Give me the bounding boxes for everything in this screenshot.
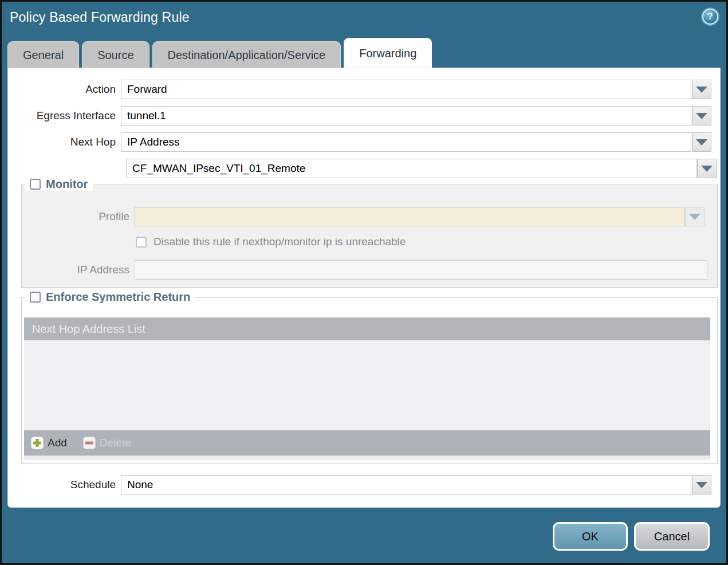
next-hop-dropdown-button[interactable] <box>692 132 711 152</box>
disable-rule-row: Disable this rule if nexthop/monitor ip … <box>136 236 406 248</box>
action-select[interactable]: Forward <box>121 80 691 99</box>
tab-forwarding[interactable]: Forwarding <box>344 38 432 68</box>
plus-icon <box>31 437 44 449</box>
next-hop-row: Next Hop IP Address <box>8 132 711 152</box>
disable-rule-checkbox <box>136 237 147 248</box>
next-hop-address-list-header: Next Hop Address List <box>24 317 710 340</box>
egress-interface-row: Egress Interface tunnel.1 <box>8 106 711 125</box>
tab-source[interactable]: Source <box>82 41 149 68</box>
chevron-down-icon <box>696 113 707 119</box>
monitor-section: Monitor Profile Disable this rule if nex… <box>21 185 718 288</box>
egress-interface-label: Egress Interface <box>8 106 121 125</box>
next-hop-address-dropdown-button[interactable] <box>697 159 717 178</box>
monitor-legend-label: Monitor <box>46 178 88 191</box>
schedule-row: Schedule None <box>8 475 711 495</box>
help-icon[interactable]: ? <box>702 9 718 25</box>
next-hop-address-row: CF_MWAN_IPsec_VTI_01_Remote <box>121 159 717 178</box>
next-hop-label: Next Hop <box>8 132 121 152</box>
profile-select <box>135 207 684 226</box>
delete-button-label: Delete <box>100 437 131 449</box>
forwarding-tab-panel: Action Forward Egress Interface tunnel.1… <box>7 68 721 508</box>
next-hop-address-list-table: Next Hop Address List Add Delete <box>24 317 710 460</box>
dialog-title: Policy Based Forwarding Rule <box>10 10 190 25</box>
schedule-label: Schedule <box>8 475 121 495</box>
egress-interface-select[interactable]: tunnel.1 <box>121 106 691 125</box>
ok-button[interactable]: OK <box>553 522 628 551</box>
enforce-symmetric-return-legend-label: Enforce Symmetric Return <box>46 291 190 304</box>
delete-button: Delete <box>83 437 131 449</box>
chevron-down-icon <box>696 87 707 93</box>
schedule-dropdown-button[interactable] <box>692 475 711 495</box>
tab-destination-application-service[interactable]: Destination/Application/Service <box>152 41 341 68</box>
action-label: Action <box>8 80 121 99</box>
action-row: Action Forward <box>8 80 711 99</box>
tab-general[interactable]: General <box>7 41 79 68</box>
profile-dropdown-button <box>685 207 705 226</box>
profile-row: Profile <box>22 207 705 226</box>
egress-interface-dropdown-button[interactable] <box>692 106 711 125</box>
minus-icon <box>83 437 96 449</box>
schedule-select[interactable]: None <box>121 475 691 495</box>
chevron-down-icon <box>701 166 713 172</box>
next-hop-type-select[interactable]: IP Address <box>121 132 691 152</box>
chevron-down-icon <box>696 139 707 146</box>
chevron-down-icon <box>696 482 707 488</box>
enforce-symmetric-return-legend: Enforce Symmetric Return <box>25 291 195 304</box>
next-hop-address-select[interactable]: CF_MWAN_IPsec_VTI_01_Remote <box>126 159 696 178</box>
add-button-label: Add <box>48 437 67 449</box>
next-hop-address-list-body[interactable] <box>24 340 710 430</box>
tab-bar: General Source Destination/Application/S… <box>7 38 432 68</box>
table-bottom-strip <box>24 456 710 460</box>
add-button[interactable]: Add <box>31 437 67 449</box>
enforce-symmetric-return-checkbox[interactable] <box>30 292 41 303</box>
monitor-ip-address-input <box>135 260 707 280</box>
chevron-down-icon <box>689 214 701 220</box>
monitor-legend: Monitor <box>25 178 93 191</box>
cancel-button[interactable]: Cancel <box>634 522 710 551</box>
monitor-ip-address-row: IP Address <box>22 260 707 280</box>
enforce-symmetric-return-section: Enforce Symmetric Return Next Hop Addres… <box>21 297 718 464</box>
disable-rule-label: Disable this rule if nexthop/monitor ip … <box>154 236 406 248</box>
policy-based-forwarding-dialog: Policy Based Forwarding Rule ? General S… <box>0 0 728 565</box>
profile-label: Profile <box>22 207 135 226</box>
action-dropdown-button[interactable] <box>692 80 711 99</box>
monitor-checkbox[interactable] <box>30 179 41 190</box>
monitor-ip-address-label: IP Address <box>22 260 135 280</box>
next-hop-address-list-toolbar: Add Delete <box>24 430 710 456</box>
